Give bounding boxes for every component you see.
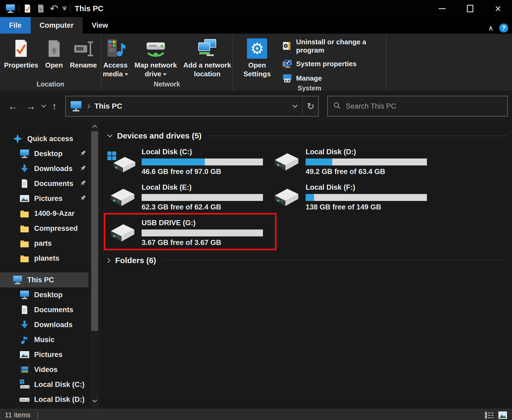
folder-icon xyxy=(19,238,30,249)
sidebar-item-videos[interactable]: Videos xyxy=(0,362,89,377)
sidebar-item-local-disk-c[interactable]: Local Disk (C:) xyxy=(0,377,89,392)
sidebar-item-label: Desktop xyxy=(34,291,63,299)
manage-label: Manage xyxy=(296,74,322,82)
manage-button[interactable]: Manage xyxy=(282,73,386,83)
refresh-icon[interactable]: ↻ xyxy=(307,101,315,112)
navigation-pane: Quick access Desktop Downloads Documents… xyxy=(0,122,100,409)
uninstall-label: Uninstall or change a program xyxy=(296,38,386,54)
sidebar-item-documents-pc[interactable]: Documents xyxy=(0,302,89,317)
collapse-section-icon[interactable] xyxy=(107,134,113,138)
close-button[interactable]: × xyxy=(484,0,512,17)
qat-properties-icon[interactable] xyxy=(22,3,33,14)
up-button[interactable]: ↑ xyxy=(52,101,57,111)
window-title: This PC xyxy=(75,4,103,13)
sidebar-item-music[interactable]: Music xyxy=(0,332,89,347)
sidebar-item-downloads-pc[interactable]: Downloads xyxy=(0,317,89,332)
sidebar-item-this-pc[interactable]: This PC xyxy=(0,272,89,287)
map-network-drive-button[interactable]: Map network drive xyxy=(135,37,177,78)
breadcrumb[interactable]: This PC xyxy=(94,102,122,110)
address-dropdown-icon[interactable] xyxy=(292,104,298,108)
sidebar-item-pictures-pc[interactable]: Pictures xyxy=(0,347,89,362)
breadcrumb-chevron-icon[interactable] xyxy=(87,104,91,109)
sidebar-item-quick-access[interactable]: Quick access xyxy=(0,131,89,146)
sidebar-item-label: Documents xyxy=(34,306,73,314)
map-network-drive-icon xyxy=(144,37,167,59)
collapse-ribbon-icon[interactable]: ∧ xyxy=(488,24,493,32)
sidebar-item-desktop[interactable]: Desktop xyxy=(0,146,89,161)
sidebar-item-label: Downloads xyxy=(34,321,73,329)
tab-file[interactable]: File xyxy=(0,17,31,34)
sidebar-scrollbar[interactable] xyxy=(90,122,99,409)
expand-section-icon[interactable] xyxy=(107,257,111,263)
open-button[interactable]: Open xyxy=(45,37,63,70)
rename-button[interactable]: Rename xyxy=(70,37,97,70)
drive-name: USB DRIVE (G:) xyxy=(142,219,263,227)
sidebar-item-label: Pictures xyxy=(34,351,63,359)
sidebar-item-label: This PC xyxy=(27,276,54,284)
undo-icon[interactable]: ↶ xyxy=(49,3,60,14)
qat-newfolder-icon[interactable] xyxy=(35,3,46,14)
drive-free-text: 138 GB free of 149 GB xyxy=(306,203,427,211)
scroll-up-icon[interactable] xyxy=(92,124,97,129)
uninstall-icon xyxy=(282,41,292,51)
back-button[interactable]: ← xyxy=(8,101,18,111)
download-arrow-icon xyxy=(19,163,30,174)
system-properties-button[interactable]: System properties xyxy=(282,59,386,69)
this-pc-icon xyxy=(70,100,83,112)
help-icon[interactable]: ? xyxy=(499,23,508,33)
properties-icon xyxy=(12,37,30,59)
sidebar-item-pictures[interactable]: Pictures xyxy=(0,191,89,206)
scrollbar-thumb[interactable] xyxy=(91,131,98,331)
tab-computer[interactable]: Computer xyxy=(31,17,83,34)
sidebar-item-1400-9-azar[interactable]: 1400-9-Azar xyxy=(0,206,89,221)
add-network-location-icon xyxy=(196,37,219,59)
recent-locations-icon[interactable] xyxy=(41,104,46,108)
dropdown-caret-icon xyxy=(163,73,167,76)
details-view-icon[interactable] xyxy=(485,411,494,419)
sidebar-item-local-disk-d[interactable]: Local Disk (D:) xyxy=(0,392,89,407)
sidebar-item-label: Documents xyxy=(34,180,73,188)
folders-header[interactable]: Folders (6) xyxy=(107,256,512,265)
ribbon-filler xyxy=(386,34,512,91)
open-settings-button[interactable]: ⚙ Open Settings xyxy=(239,37,275,78)
sidebar-item-planets[interactable]: planets xyxy=(0,251,89,266)
tab-view[interactable]: View xyxy=(83,17,117,34)
drive-tile-c[interactable]: Local Disk (C:) 46.6 GB free of 97.0 GB xyxy=(107,147,266,176)
access-media-button[interactable]: Access media xyxy=(103,37,128,78)
uninstall-program-button[interactable]: Uninstall or change a program xyxy=(282,38,386,54)
address-bar[interactable]: This PC ↻ xyxy=(65,96,319,117)
sidebar-item-downloads[interactable]: Downloads xyxy=(0,161,89,176)
minimize-button[interactable] xyxy=(428,0,456,17)
sidebar-item-desktop-pc[interactable]: Desktop xyxy=(0,287,89,302)
open-icon xyxy=(45,37,63,59)
drive-capacity-bar xyxy=(142,194,263,201)
forward-button[interactable]: → xyxy=(26,101,36,111)
ribbon-group-system: ⚙ Open Settings Uninstall or change a pr… xyxy=(233,34,386,91)
sidebar-item-label: Quick access xyxy=(27,135,73,143)
sidebar-item-documents[interactable]: Documents xyxy=(0,176,89,191)
devices-and-drives-header[interactable]: Devices and drives (5) xyxy=(107,131,512,140)
sidebar-item-label: Compressed xyxy=(34,224,78,233)
section-divider xyxy=(208,136,507,136)
section-title: Folders (6) xyxy=(115,256,156,265)
search-box[interactable] xyxy=(327,96,508,117)
scroll-down-icon[interactable] xyxy=(92,399,97,404)
add-network-location-button[interactable]: Add a network location xyxy=(183,37,231,78)
sidebar-item-compressed[interactable]: Compressed xyxy=(0,221,89,236)
search-input[interactable] xyxy=(346,102,502,110)
ribbon: Properties Open Rename Location Access m… xyxy=(0,34,512,91)
folder-icon xyxy=(19,208,30,219)
drive-tile-d[interactable]: Local Disk (D:) 49.2 GB free of 63.4 GB xyxy=(271,147,430,176)
properties-button[interactable]: Properties xyxy=(4,37,38,70)
drive-capacity-bar xyxy=(142,159,263,165)
folder-icon xyxy=(19,223,30,234)
maximize-button[interactable] xyxy=(456,0,484,17)
customize-qat-dropdown-icon[interactable] xyxy=(62,7,67,10)
drive-tile-e[interactable]: Local Disk (E:) 62.3 GB free of 62.4 GB xyxy=(107,183,266,211)
drive-tile-f[interactable]: Local Disk (F:) 138 GB free of 149 GB xyxy=(271,183,430,211)
desktop-icon xyxy=(19,148,30,159)
sidebar-item-parts[interactable]: parts xyxy=(0,236,89,251)
system-drive-icon xyxy=(19,379,30,390)
thumbnail-view-icon[interactable] xyxy=(498,411,507,419)
drive-tile-g-usb[interactable]: USB DRIVE (G:) 3.67 GB free of 3.67 GB xyxy=(107,218,266,247)
